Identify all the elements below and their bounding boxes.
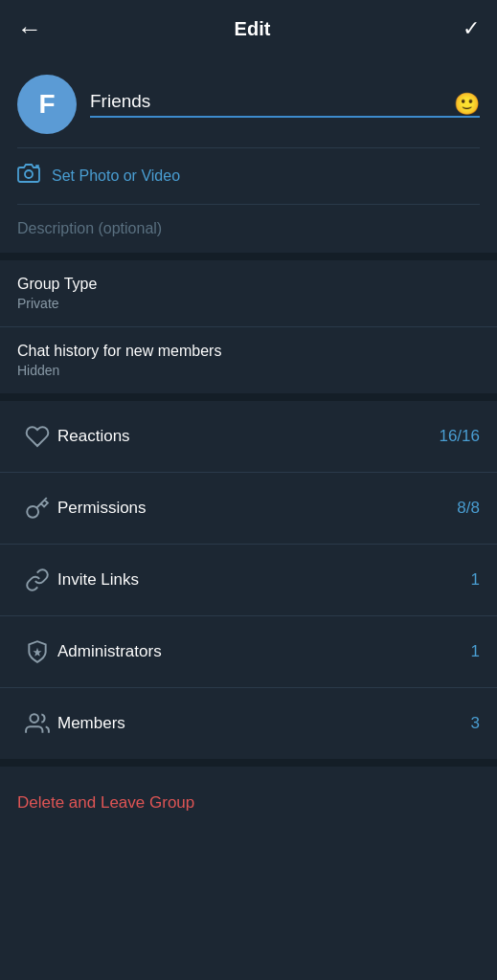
link-icon [17,560,57,600]
delete-section: Delete and Leave Group [0,774,497,832]
confirm-button[interactable]: ✓ [463,16,480,41]
camera-icon [17,162,40,190]
users-icon [17,703,57,744]
page-title: Edit [235,18,271,40]
group-type-value: Private [17,296,480,311]
name-input-wrapper: 🙂 [90,91,480,118]
permissions-label: Permissions [57,499,457,518]
invite-links-row[interactable]: Invite Links 1 [0,545,497,616]
svg-point-0 [25,170,33,178]
administrators-row[interactable]: Administrators 1 [0,616,497,688]
permissions-row[interactable]: Permissions 8/8 [0,473,497,545]
group-type-title: Group Type [17,276,480,293]
members-label: Members [57,714,471,733]
invite-links-value: 1 [471,570,480,590]
profile-row: F 🙂 [17,75,480,147]
chat-history-row[interactable]: Chat history for new members Hidden [0,327,497,393]
back-arrow-icon: ← [17,14,42,44]
reactions-row[interactable]: Reactions 16/16 [0,401,497,473]
delete-leave-button[interactable]: Delete and Leave Group [17,793,194,813]
svg-point-4 [30,714,38,723]
key-icon [17,488,57,528]
description-placeholder: Description (optional) [17,220,162,236]
menu-section: Reactions 16/16 Permissions 8/8 Invite L… [0,401,497,759]
set-photo-label: Set Photo or Video [52,167,180,185]
permissions-value: 8/8 [457,499,480,518]
members-value: 3 [471,714,480,733]
shield-star-icon [17,632,57,672]
members-row[interactable]: Members 3 [0,688,497,759]
section-separator-2 [0,393,497,401]
chat-history-title: Chat history for new members [17,343,480,360]
group-type-row[interactable]: Group Type Private [0,260,497,327]
administrators-value: 1 [471,642,480,661]
set-photo-row[interactable]: Set Photo or Video [17,148,480,204]
invite-links-label: Invite Links [57,570,471,590]
svg-marker-3 [33,648,41,657]
administrators-label: Administrators [57,642,471,661]
back-button[interactable]: ← [17,14,42,44]
group-name-input[interactable] [90,91,480,118]
avatar[interactable]: F [17,75,77,134]
reactions-label: Reactions [57,427,439,446]
profile-section: F 🙂 Set Photo or Video Description (opti… [0,57,497,253]
chat-history-value: Hidden [17,363,480,378]
emoji-icon[interactable]: 🙂 [454,92,480,117]
description-row[interactable]: Description (optional) [17,205,480,253]
reactions-value: 16/16 [439,427,480,446]
section-separator-3 [0,759,497,767]
section-separator-1 [0,253,497,260]
header: ← Edit ✓ [0,0,497,57]
settings-section: Group Type Private Chat history for new … [0,260,497,393]
heart-icon [17,416,57,457]
